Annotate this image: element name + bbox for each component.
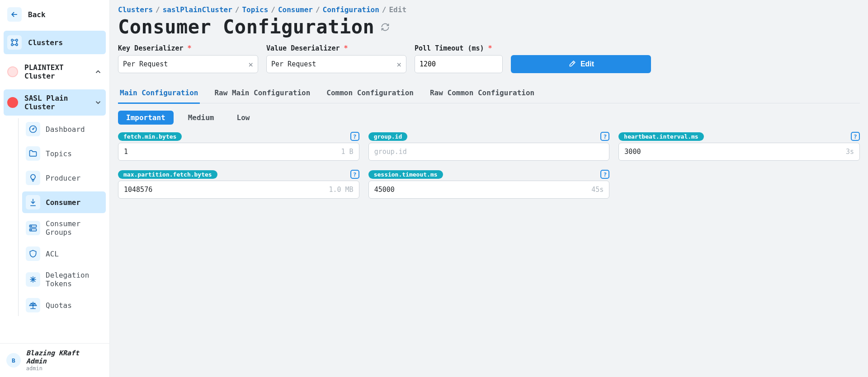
gauge-icon bbox=[26, 122, 40, 136]
sidebar-top: Back Clusters PLAINTEXT Cluster SASL Pla… bbox=[0, 0, 109, 343]
sidebar-item-label: Consumer bbox=[46, 198, 80, 207]
config-hint: 1.0 MB bbox=[329, 186, 353, 194]
help-icon[interactable]: ? bbox=[851, 132, 860, 141]
tab-common-configuration[interactable]: Common Configuration bbox=[325, 85, 415, 104]
cluster-item[interactable]: SASL Plain Cluster bbox=[4, 89, 106, 116]
sidebar-item-clusters[interactable]: Clusters bbox=[4, 31, 106, 54]
value-deserializer-select[interactable]: Per Request × bbox=[266, 55, 406, 73]
breadcrumb-separator: / bbox=[382, 5, 387, 14]
config-card: max.partition.fetch.bytes ? 10485761.0 M… bbox=[118, 170, 359, 199]
config-value: 45000 bbox=[374, 186, 592, 194]
config-input[interactable]: 11 B bbox=[118, 143, 359, 161]
poll-timeout-field[interactable] bbox=[415, 56, 503, 73]
key-deserializer-label: Key Deserializer * bbox=[118, 44, 258, 52]
value-deserializer-label: Value Deserializer * bbox=[266, 44, 406, 52]
sidebar-item-consumer-groups[interactable]: Consumer Groups bbox=[22, 216, 106, 240]
sidebar-item-consumer[interactable]: Consumer bbox=[22, 191, 106, 213]
cluster-label: SASL Plain Cluster bbox=[24, 94, 81, 111]
breadcrumb-link[interactable]: Configuration bbox=[323, 5, 379, 14]
chip-important[interactable]: Important bbox=[118, 111, 174, 125]
svg-point-9 bbox=[31, 229, 32, 230]
config-card: group.id ? group.id bbox=[368, 132, 610, 161]
tab-raw-main-configuration[interactable]: Raw Main Configuration bbox=[212, 85, 312, 104]
config-name-badge: heartbeat.interval.ms bbox=[618, 132, 703, 141]
svg-point-0 bbox=[11, 39, 13, 41]
bulb-icon bbox=[26, 171, 40, 185]
config-input[interactable]: group.id bbox=[368, 143, 610, 161]
sidebar-item-topics[interactable]: Topics bbox=[22, 143, 106, 164]
config-value: 1048576 bbox=[124, 186, 329, 194]
svg-point-8 bbox=[31, 226, 32, 227]
sidebar-item-dashboard[interactable]: Dashboard bbox=[22, 118, 106, 140]
config-name-badge: group.id bbox=[368, 132, 408, 141]
poll-timeout-input[interactable]: ▲ ▼ bbox=[415, 55, 503, 73]
download-icon bbox=[26, 195, 40, 209]
help-icon[interactable]: ? bbox=[350, 170, 359, 179]
help-icon[interactable]: ? bbox=[350, 132, 359, 141]
config-input[interactable]: 4500045s bbox=[368, 181, 610, 199]
breadcrumb-separator: / bbox=[316, 5, 320, 14]
importance-chips: ImportantMediumLow bbox=[118, 111, 860, 125]
cluster-subnav: DashboardTopicsProducerConsumerConsumer … bbox=[18, 118, 106, 316]
chevron-down-icon bbox=[94, 98, 102, 107]
edit-label: Edit bbox=[580, 60, 594, 68]
cluster-label: PLAINTEXT Cluster bbox=[24, 63, 81, 80]
config-tabs: Main ConfigurationRaw Main Configuration… bbox=[118, 85, 860, 103]
breadcrumb-current: Edit bbox=[389, 5, 406, 14]
config-card: heartbeat.interval.ms ? 30003s bbox=[618, 132, 860, 161]
breadcrumb-link[interactable]: Topics bbox=[242, 5, 268, 14]
sidebar-item-label: Quotas bbox=[46, 301, 72, 310]
edit-button[interactable]: Edit bbox=[511, 55, 651, 73]
sidebar-item-delegation-tokens[interactable]: Delegation Tokens bbox=[22, 267, 106, 292]
breadcrumb-separator: / bbox=[271, 5, 275, 14]
back-label: Back bbox=[28, 10, 46, 19]
sidebar-item-acl[interactable]: ACL bbox=[22, 243, 106, 265]
main-content: Clusters/saslPlainCluster/Topics/Consume… bbox=[110, 0, 868, 377]
sidebar-item-quotas[interactable]: Quotas bbox=[22, 294, 106, 316]
help-icon[interactable]: ? bbox=[600, 170, 609, 179]
chip-medium[interactable]: Medium bbox=[180, 111, 222, 125]
status-dot-icon bbox=[7, 66, 18, 77]
page-title: Consumer Configuration bbox=[118, 16, 374, 38]
breadcrumb-separator: / bbox=[235, 5, 240, 14]
back-button[interactable]: Back bbox=[4, 4, 106, 25]
config-name-badge: session.timeout.ms bbox=[368, 170, 443, 179]
config-input[interactable]: 10485761.0 MB bbox=[118, 181, 359, 199]
user-panel[interactable]: B Blazing KRaft Admin admin bbox=[0, 343, 109, 377]
tab-main-configuration[interactable]: Main Configuration bbox=[118, 85, 200, 104]
user-role: admin bbox=[26, 365, 103, 372]
chevron-up-icon bbox=[94, 68, 102, 76]
svg-point-2 bbox=[11, 44, 13, 46]
config-card: session.timeout.ms ? 4500045s bbox=[368, 170, 610, 199]
shield-icon bbox=[26, 247, 40, 261]
config-hint: 1 B bbox=[341, 148, 354, 156]
sidebar-item-label: Dashboard bbox=[46, 125, 85, 134]
poll-timeout-label: Poll Timeout (ms) * bbox=[415, 44, 503, 52]
breadcrumb-link[interactable]: Clusters bbox=[118, 5, 153, 14]
asterisk-icon bbox=[26, 272, 40, 287]
svg-point-3 bbox=[16, 44, 18, 46]
clusters-label: Clusters bbox=[28, 38, 63, 47]
config-card: fetch.min.bytes ? 11 B bbox=[118, 132, 359, 161]
help-icon[interactable]: ? bbox=[600, 132, 609, 141]
key-deserializer-value: Per Request bbox=[123, 60, 245, 68]
sidebar-item-label: ACL bbox=[46, 250, 59, 258]
config-name-badge: max.partition.fetch.bytes bbox=[118, 170, 217, 179]
sidebar-item-producer[interactable]: Producer bbox=[22, 167, 106, 189]
refresh-icon[interactable] bbox=[381, 23, 390, 32]
sidebar-item-label: Topics bbox=[46, 149, 72, 158]
cluster-item[interactable]: PLAINTEXT Cluster bbox=[4, 59, 106, 85]
config-name-badge: fetch.min.bytes bbox=[118, 132, 182, 141]
svg-point-1 bbox=[16, 39, 18, 41]
chip-low[interactable]: Low bbox=[229, 111, 258, 125]
clear-icon[interactable]: × bbox=[248, 60, 253, 69]
sidebar-item-label: Producer bbox=[46, 174, 80, 182]
clear-icon[interactable]: × bbox=[396, 60, 401, 69]
config-input[interactable]: 30003s bbox=[618, 143, 860, 161]
tab-raw-common-configuration[interactable]: Raw Common Configuration bbox=[428, 85, 536, 104]
key-deserializer-select[interactable]: Per Request × bbox=[118, 55, 258, 73]
arrow-left-icon bbox=[7, 7, 22, 22]
breadcrumb-link[interactable]: Consumer bbox=[278, 5, 313, 14]
breadcrumb-link[interactable]: saslPlainCluster bbox=[163, 5, 232, 14]
server-icon bbox=[26, 221, 40, 235]
